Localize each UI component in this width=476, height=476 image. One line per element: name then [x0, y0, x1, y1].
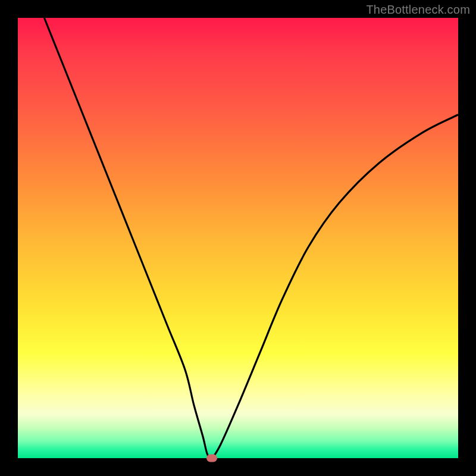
curve-path — [44, 18, 458, 459]
watermark-text: TheBottleneck.com — [366, 3, 470, 17]
plot-area — [18, 18, 458, 458]
minimum-marker — [206, 455, 217, 462]
bottleneck-curve — [18, 18, 458, 458]
chart-frame: TheBottleneck.com — [0, 0, 476, 476]
